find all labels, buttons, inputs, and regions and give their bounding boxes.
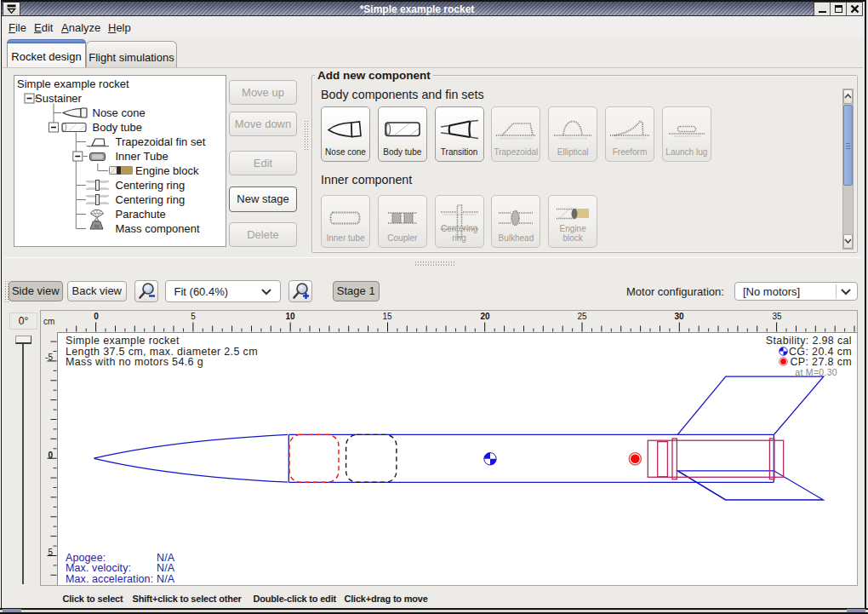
svg-text:kg: kg [94,223,100,228]
